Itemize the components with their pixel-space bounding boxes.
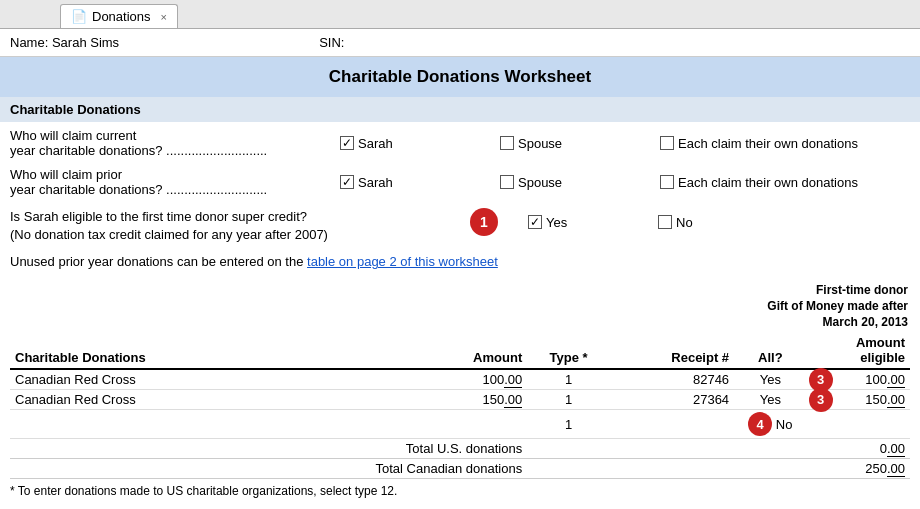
cell-all[interactable]: 4 No	[734, 410, 806, 439]
current-each-label: Each claim their own donations	[678, 136, 858, 151]
col-header-charity: Charitable Donations	[10, 332, 424, 369]
col-header-amount: Amount	[424, 332, 527, 369]
prior-year-claim-row: Who will claim prioryear charitable dona…	[10, 161, 910, 200]
yes-checkbox[interactable]	[528, 215, 542, 229]
sin-label: SIN:	[319, 35, 344, 50]
current-spouse-option[interactable]: Spouse	[500, 136, 600, 151]
cell-amount[interactable]	[424, 410, 527, 439]
page-title: Charitable Donations Worksheet	[0, 57, 920, 97]
first-donor-header-text: First-time donor Gift of Money made afte…	[767, 283, 908, 330]
no-checkbox[interactable]	[658, 215, 672, 229]
current-sarah-checkbox[interactable]	[340, 136, 354, 150]
cell-all[interactable]: Yes	[734, 390, 806, 410]
total-us-dec: .00	[887, 441, 905, 457]
prior-sarah-option[interactable]: Sarah	[340, 175, 440, 190]
cell-type[interactable]: 1	[527, 390, 610, 410]
current-each-checkbox[interactable]	[660, 136, 674, 150]
prior-year-options: Sarah Spouse Each claim their own donati…	[340, 175, 910, 190]
current-spouse-label: Spouse	[518, 136, 562, 151]
name-value: Sarah Sims	[52, 35, 119, 50]
prior-spouse-option[interactable]: Spouse	[500, 175, 600, 190]
footnote: * To enter donations made to US charitab…	[10, 479, 910, 503]
cell-charity[interactable]	[10, 410, 424, 439]
name-field: Name: Sarah Sims	[10, 35, 119, 50]
current-year-claim-row: Who will claim currentyear charitable do…	[10, 122, 910, 161]
badge-1: 1	[470, 208, 498, 236]
prior-year-label: Who will claim prioryear charitable dona…	[10, 167, 340, 197]
cell-amount[interactable]: 100.00	[424, 369, 527, 390]
cell-type[interactable]: 1	[527, 369, 610, 390]
donations-table: Charitable Donations Amount Type * Recei…	[10, 332, 910, 479]
name-bar: Name: Sarah Sims SIN:	[0, 29, 920, 57]
col-header-type: Type *	[527, 332, 610, 369]
total-us-value: 0.00	[807, 439, 911, 459]
total-cdn-value: 250.00	[807, 459, 911, 479]
name-label: Name:	[10, 35, 48, 50]
total-us-int: 0	[880, 441, 887, 456]
tab-icon: 📄	[71, 9, 87, 24]
first-donor-header: First-time donor Gift of Money made afte…	[10, 283, 910, 330]
yes-option[interactable]: Yes	[528, 215, 628, 230]
cell-amount[interactable]: 150.00	[424, 390, 527, 410]
tab-close-button[interactable]: ×	[161, 11, 167, 23]
total-cdn-int: 250	[865, 461, 887, 476]
prior-each-label: Each claim their own donations	[678, 175, 858, 190]
cell-all[interactable]: Yes	[734, 369, 806, 390]
no-option[interactable]: No	[658, 215, 758, 230]
prior-each-option[interactable]: Each claim their own donations	[660, 175, 880, 190]
prior-spouse-checkbox[interactable]	[500, 175, 514, 189]
cell-charity[interactable]: Canadian Red Cross	[10, 390, 424, 410]
col-header-receipt: Receipt #	[610, 332, 734, 369]
donor-question-row: Is Sarah eligible to the first time dono…	[10, 200, 910, 248]
current-sarah-label: Sarah	[358, 136, 393, 151]
cell-charity[interactable]: Canadian Red Cross	[10, 369, 424, 390]
tab-label: Donations	[92, 9, 151, 24]
cell-receipt[interactable]: 82746	[610, 369, 734, 390]
unused-link[interactable]: table on page 2 of this worksheet	[307, 254, 498, 269]
prior-each-checkbox[interactable]	[660, 175, 674, 189]
donations-table-section: First-time donor Gift of Money made afte…	[10, 283, 910, 503]
unused-text: Unused prior year donations can be enter…	[10, 254, 303, 269]
table-row: Canadian Red Cross100.00182746Yes3100.00	[10, 369, 910, 390]
table-row: Canadian Red Cross150.00127364Yes3150.00	[10, 390, 910, 410]
sin-field: SIN:	[319, 35, 344, 50]
donor-answers: 1 Yes No	[470, 208, 758, 236]
cell-receipt[interactable]: 27364	[610, 390, 734, 410]
cell-eligible[interactable]	[807, 410, 911, 439]
first-donor-line2: Gift of Money made after	[767, 299, 908, 313]
table-header-row: Charitable Donations Amount Type * Recei…	[10, 332, 910, 369]
no-label: No	[676, 215, 693, 230]
prior-sarah-checkbox[interactable]	[340, 175, 354, 189]
tab-bar: 📄 Donations ×	[0, 0, 920, 29]
donor-question-line2: (No donation tax credit claimed for any …	[10, 227, 328, 242]
total-cdn-dec: .00	[887, 461, 905, 477]
first-donor-line1: First-time donor	[816, 283, 908, 297]
current-spouse-checkbox[interactable]	[500, 136, 514, 150]
prior-spouse-label: Spouse	[518, 175, 562, 190]
table-row: 14 No	[10, 410, 910, 439]
total-cdn-label: Total Canadian donations	[10, 459, 527, 479]
charitable-donations-section-header: Charitable Donations	[0, 97, 920, 122]
current-year-options: Sarah Spouse Each claim their own donati…	[340, 136, 910, 151]
current-year-label: Who will claim currentyear charitable do…	[10, 128, 340, 158]
total-us-row: Total U.S. donations 0.00	[10, 439, 910, 459]
yes-label: Yes	[546, 215, 567, 230]
col-header-eligible: Amount eligible	[807, 332, 911, 369]
donor-question-line1: Is Sarah eligible to the first time dono…	[10, 209, 307, 224]
col-header-all: All?	[734, 332, 806, 369]
total-us-label: Total U.S. donations	[10, 439, 527, 459]
donor-question-text: Is Sarah eligible to the first time dono…	[10, 208, 460, 244]
cell-type[interactable]: 1	[527, 410, 610, 439]
cell-eligible[interactable]: 3100.00	[807, 369, 911, 390]
cell-eligible[interactable]: 3150.00	[807, 390, 911, 410]
total-cdn-row: Total Canadian donations 250.00	[10, 459, 910, 479]
unused-row: Unused prior year donations can be enter…	[10, 248, 910, 275]
cell-receipt[interactable]	[610, 410, 734, 439]
first-donor-line3: March 20, 2013	[823, 315, 908, 329]
current-each-option[interactable]: Each claim their own donations	[660, 136, 880, 151]
prior-sarah-label: Sarah	[358, 175, 393, 190]
current-sarah-option[interactable]: Sarah	[340, 136, 440, 151]
donations-tab[interactable]: 📄 Donations ×	[60, 4, 178, 28]
